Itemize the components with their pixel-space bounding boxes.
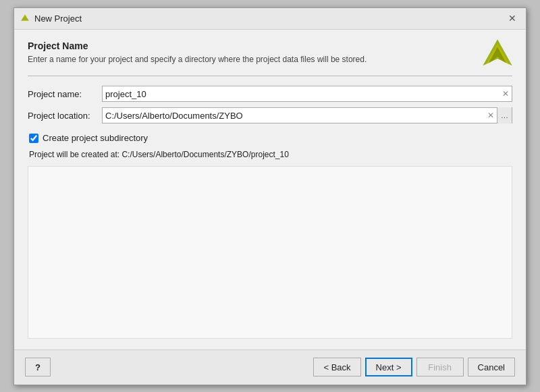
title-logo-icon	[20, 13, 30, 24]
project-location-clear-button[interactable]: ✕	[485, 109, 497, 121]
footer-buttons: < Back Next > Finish Cancel	[313, 358, 515, 376]
logo-area	[480, 36, 515, 74]
close-button[interactable]: ✕	[504, 10, 520, 26]
vivado-logo-icon	[480, 36, 515, 72]
create-subdirectory-row: Create project subdirectory	[28, 133, 512, 143]
title-bar: New Project ✕	[14, 8, 526, 30]
project-path-info: Project will be created at: C:/Users/Alb…	[28, 150, 512, 159]
section-title: Project Name	[28, 40, 512, 51]
project-location-input-wrapper: ✕ …	[102, 107, 512, 123]
dialog-body: Project Name Enter a name for your proje…	[14, 30, 526, 349]
project-name-label: Project name:	[28, 89, 102, 99]
new-project-dialog: New Project ✕ Project Name Enter a name …	[14, 7, 526, 385]
dialog-footer: ? < Back Next > Finish Cancel	[14, 349, 526, 385]
back-button[interactable]: < Back	[313, 358, 360, 376]
section-desc: Enter a name for your project and specif…	[28, 54, 419, 65]
cancel-button[interactable]: Cancel	[468, 358, 515, 376]
title-bar-left: New Project	[20, 13, 82, 24]
divider	[28, 76, 512, 76]
create-subdirectory-label: Create project subdirectory	[43, 133, 148, 143]
project-location-row: Project location: ✕ …	[28, 107, 512, 123]
dialog-title: New Project	[34, 13, 82, 24]
project-name-input[interactable]	[103, 86, 500, 101]
project-name-clear-button[interactable]: ✕	[500, 88, 512, 100]
help-button[interactable]: ?	[25, 358, 51, 376]
project-location-browse-button[interactable]: …	[497, 107, 512, 123]
next-button[interactable]: Next >	[365, 358, 412, 376]
content-area	[28, 166, 512, 338]
create-subdirectory-checkbox[interactable]	[29, 134, 38, 143]
project-name-input-wrapper: ✕	[102, 86, 512, 102]
finish-button[interactable]: Finish	[416, 358, 464, 376]
svg-marker-1	[22, 16, 28, 20]
project-name-row: Project name: ✕	[28, 86, 512, 102]
project-location-label: Project location:	[28, 111, 102, 121]
project-location-input[interactable]	[103, 108, 485, 123]
footer-left: ?	[25, 358, 313, 376]
